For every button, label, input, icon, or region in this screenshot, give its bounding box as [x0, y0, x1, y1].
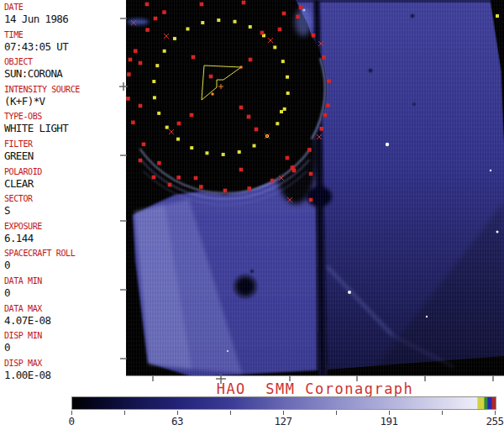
field-value: S: [4, 204, 123, 218]
field-label: DATA MAX: [4, 303, 123, 314]
field-label: DISP MAX: [4, 358, 123, 369]
field-value: WHITE LIGHT: [4, 122, 123, 135]
metadata-field: DATA MAX4.07E-08: [4, 303, 123, 331]
field-label: SPACECRAFT ROLL: [4, 248, 123, 259]
metadata-field: TYPE-OBSWHITE LIGHT: [4, 111, 123, 139]
metadata-field: DATE14 Jun 1986: [4, 2, 123, 29]
field-value: (K+F)*V: [4, 95, 123, 108]
field-label: DATE: [4, 2, 123, 13]
colorbar-gradient: [71, 396, 496, 410]
coronagraph-viewer: DATE14 Jun 1986TIME07:43:05 UTOBJECTSUN:…: [0, 0, 504, 430]
colorbar-tick-label: 127: [274, 415, 291, 427]
field-value: 0: [4, 259, 123, 272]
field-value: 14 Jun 1986: [4, 13, 123, 26]
field-value: 4.07E-08: [4, 314, 123, 328]
field-value: 0: [4, 341, 123, 354]
intensity-colorbar: 063127191255: [71, 396, 495, 430]
colorbar-tick: [442, 411, 443, 415]
colorbar-tick-label: 63: [171, 415, 183, 427]
field-label: EXPOSURE: [4, 221, 123, 232]
field-value: GREEN: [4, 149, 123, 163]
metadata-field: DATA MIN0: [4, 275, 123, 303]
metadata-field: DISP MAX1.00E-08: [4, 358, 123, 385]
field-label: POLAROID: [4, 166, 123, 177]
field-label: TYPE-OBS: [4, 111, 123, 122]
colorbar-tick: [124, 411, 125, 415]
metadata-field: POLAROIDCLEAR: [4, 166, 123, 194]
field-label: TIME: [4, 29, 123, 40]
metadata-field: OBJECTSUN:CORONA: [4, 56, 123, 84]
field-value: 07:43:05 UT: [4, 40, 123, 54]
field-label: FILTER: [4, 139, 123, 149]
field-label: INTENSITY SOURCE: [4, 84, 123, 95]
colorbar-tick-label: 191: [380, 415, 397, 427]
field-value: 0: [4, 286, 123, 300]
metadata-field: FILTERGREEN: [4, 139, 123, 166]
image-title: HAO SMM Coronagraph: [126, 381, 504, 397]
metadata-field: SECTORS: [4, 193, 123, 221]
field-label: SECTOR: [4, 193, 123, 204]
field-value: CLEAR: [4, 177, 123, 191]
colorbar-tick: [336, 411, 337, 415]
field-label: OBJECT: [4, 56, 123, 67]
field-label: DATA MIN: [4, 275, 123, 286]
metadata-field: SPACECRAFT ROLL0: [4, 248, 123, 275]
colorbar-tick-label: 0: [68, 415, 74, 427]
metadata-field: INTENSITY SOURCE(K+F)*V: [4, 84, 123, 112]
colorbar-tick-label: 255: [486, 415, 503, 427]
field-value: SUN:CORONA: [4, 67, 123, 81]
field-value: 6.144: [4, 232, 123, 245]
metadata-field: EXPOSURE6.144: [4, 221, 123, 249]
colorbar-tick: [230, 411, 231, 415]
field-value: 1.00E-08: [4, 369, 123, 382]
field-label: DISP MIN: [4, 330, 123, 341]
metadata-sidebar: DATE14 Jun 1986TIME07:43:05 UTOBJECTSUN:…: [4, 2, 123, 385]
coronagraph-image: [118, 0, 504, 386]
metadata-field: DISP MIN0: [4, 330, 123, 358]
metadata-field: TIME07:43:05 UT: [4, 29, 123, 57]
